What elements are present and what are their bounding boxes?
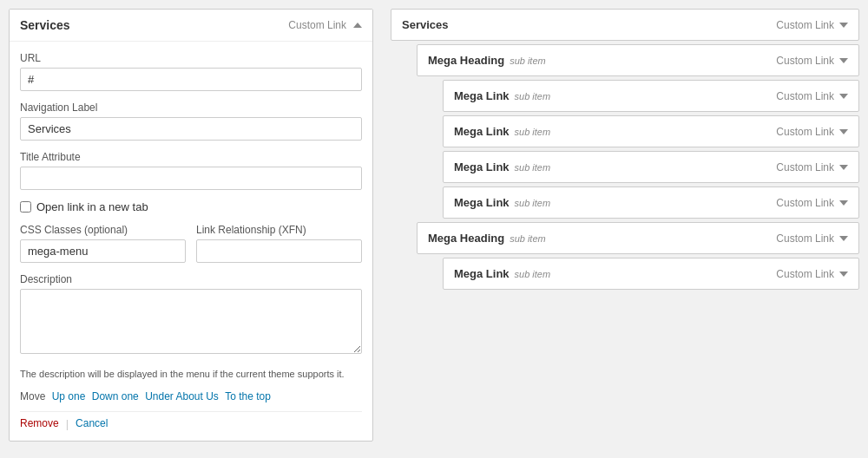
- mega-link-3-sub-label: sub item: [515, 162, 551, 173]
- new-tab-checkbox[interactable]: [20, 201, 31, 213]
- css-classes-input[interactable]: [20, 239, 186, 263]
- url-group: URL: [20, 52, 362, 91]
- link-rel-col: Link Relationship (XFN): [196, 224, 362, 263]
- mega-link-5-chevron-icon[interactable]: [839, 272, 848, 277]
- title-attr-label: Title Attribute: [20, 151, 362, 163]
- mega-link-4-sub-label: sub item: [515, 198, 551, 208]
- services-item-left: Services: [402, 18, 449, 31]
- right-panel: Services Custom Link Mega Heading sub it…: [391, 9, 859, 290]
- mega-heading-2-chevron-icon[interactable]: [839, 236, 848, 241]
- mega-link-1-right: Custom Link: [776, 90, 848, 102]
- move-down-one[interactable]: Down one: [92, 390, 139, 402]
- nav-label-label: Navigation Label: [20, 101, 362, 114]
- title-attr-group: Title Attribute: [20, 151, 362, 190]
- mega-link-4-right: Custom Link: [776, 197, 848, 209]
- panel-header: Services Custom Link: [10, 10, 372, 42]
- cancel-link[interactable]: Cancel: [76, 417, 108, 429]
- services-item-right: Custom Link: [776, 19, 848, 31]
- mega-link-1: Mega Link sub item Custom Link: [443, 80, 859, 112]
- mega-heading-2-sub-label: sub item: [510, 233, 546, 244]
- css-xfn-row: CSS Classes (optional) Link Relationship…: [20, 224, 362, 263]
- mega-heading-1: Mega Heading sub item Custom Link: [417, 44, 859, 76]
- mega-link-2-sub-label: sub item: [515, 127, 551, 137]
- panel-header-right: Custom Link: [288, 19, 362, 31]
- move-up-one[interactable]: Up one: [52, 390, 86, 402]
- mega-link-4-left: Mega Link sub item: [454, 196, 550, 209]
- collapse-icon[interactable]: [353, 23, 362, 28]
- mega-link-5: Mega Link sub item Custom Link: [443, 258, 859, 290]
- mega-heading-2-right: Custom Link: [776, 232, 848, 245]
- panel-title: Services: [20, 18, 70, 32]
- mega-link-4-custom-link: Custom Link: [776, 197, 834, 209]
- new-tab-row: Open link in a new tab: [20, 200, 362, 213]
- mega-heading-1-right: Custom Link: [776, 55, 848, 67]
- description-note: The description will be displayed in the…: [20, 367, 362, 382]
- url-label: URL: [20, 52, 362, 64]
- mega-link-5-right: Custom Link: [776, 268, 848, 280]
- mega-link-2-name: Mega Link: [454, 125, 510, 138]
- description-group: Description: [20, 273, 362, 357]
- move-label: Move: [20, 390, 45, 402]
- mega-link-1-header[interactable]: Mega Link sub item Custom Link: [444, 81, 858, 111]
- action-row: Remove | Cancel: [20, 411, 362, 430]
- mega-link-2-custom-link: Custom Link: [776, 126, 834, 138]
- move-to-top[interactable]: To the top: [225, 390, 271, 402]
- mega-heading-2: Mega Heading sub item Custom Link: [417, 222, 859, 254]
- custom-link-label: Custom Link: [288, 19, 346, 31]
- mega-link-5-sub-label: sub item: [515, 269, 551, 279]
- mega-heading-1-sub-label: sub item: [510, 56, 546, 66]
- mega-heading-1-header[interactable]: Mega Heading sub item Custom Link: [418, 45, 858, 75]
- services-menu-item: Services Custom Link: [391, 9, 859, 41]
- mega-link-5-left: Mega Link sub item: [454, 267, 550, 280]
- link-rel-input[interactable]: [196, 239, 362, 263]
- description-textarea[interactable]: [20, 289, 362, 354]
- move-under-about-us[interactable]: Under About Us: [145, 390, 219, 402]
- panel-body: URL Navigation Label Title Attribute Ope…: [10, 42, 372, 441]
- mega-link-5-header[interactable]: Mega Link sub item Custom Link: [444, 258, 858, 289]
- nav-label-group: Navigation Label: [20, 101, 362, 141]
- mega-link-4-chevron-icon[interactable]: [839, 200, 848, 206]
- title-attr-input[interactable]: [20, 167, 362, 190]
- description-label: Description: [20, 273, 362, 285]
- services-item-name: Services: [402, 18, 449, 31]
- mega-heading-1-left: Mega Heading sub item: [428, 54, 546, 67]
- css-classes-col: CSS Classes (optional): [20, 224, 186, 263]
- mega-link-1-sub-label: sub item: [515, 91, 551, 101]
- css-classes-label: CSS Classes (optional): [20, 224, 186, 236]
- left-panel: Services Custom Link URL Navigation Labe…: [9, 9, 373, 442]
- mega-heading-2-name: Mega Heading: [428, 232, 504, 245]
- mega-link-4-name: Mega Link: [454, 196, 510, 209]
- new-tab-label: Open link in a new tab: [36, 200, 148, 213]
- mega-heading-2-custom-link: Custom Link: [776, 232, 834, 245]
- services-menu-item-header[interactable]: Services Custom Link: [391, 10, 858, 40]
- services-custom-link-label: Custom Link: [776, 19, 834, 31]
- mega-link-3-custom-link: Custom Link: [776, 161, 834, 173]
- mega-link-3: Mega Link sub item Custom Link: [443, 151, 859, 183]
- mega-heading-1-chevron-icon[interactable]: [839, 58, 848, 63]
- nav-label-input[interactable]: [20, 117, 362, 141]
- mega-link-5-name: Mega Link: [454, 267, 510, 280]
- mega-link-1-custom-link: Custom Link: [776, 90, 834, 102]
- mega-link-3-right: Custom Link: [776, 161, 848, 173]
- link-rel-label: Link Relationship (XFN): [196, 224, 362, 236]
- mega-link-2-header[interactable]: Mega Link sub item Custom Link: [444, 116, 858, 147]
- mega-heading-2-left: Mega Heading sub item: [428, 232, 546, 245]
- url-input[interactable]: [20, 68, 362, 91]
- mega-link-3-name: Mega Link: [454, 160, 510, 173]
- mega-link-4: Mega Link sub item Custom Link: [443, 186, 859, 219]
- move-row: Move Up one Down one Under About Us To t…: [20, 390, 362, 402]
- mega-link-4-header[interactable]: Mega Link sub item Custom Link: [444, 187, 858, 218]
- mega-link-5-custom-link: Custom Link: [776, 268, 834, 280]
- mega-link-1-chevron-icon[interactable]: [839, 94, 848, 99]
- mega-link-2-chevron-icon[interactable]: [839, 129, 848, 134]
- mega-link-1-name: Mega Link: [454, 89, 510, 102]
- remove-link[interactable]: Remove: [20, 417, 59, 429]
- mega-link-2: Mega Link sub item Custom Link: [443, 115, 859, 147]
- mega-link-3-header[interactable]: Mega Link sub item Custom Link: [444, 152, 858, 182]
- mega-heading-1-custom-link: Custom Link: [776, 55, 834, 67]
- services-chevron-icon[interactable]: [839, 23, 848, 28]
- mega-link-3-left: Mega Link sub item: [454, 160, 550, 173]
- mega-heading-2-header[interactable]: Mega Heading sub item Custom Link: [418, 223, 858, 253]
- mega-heading-1-name: Mega Heading: [428, 54, 504, 67]
- mega-link-3-chevron-icon[interactable]: [839, 165, 848, 170]
